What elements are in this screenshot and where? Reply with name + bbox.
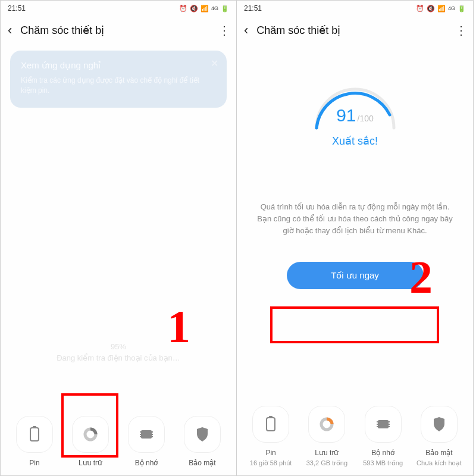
tile-battery-label: Pin	[265, 449, 275, 457]
shield-icon	[184, 416, 221, 453]
svg-rect-1	[33, 426, 36, 428]
tile-storage[interactable]: Lưu trữ	[64, 416, 117, 467]
optimization-description: Quá trình tối ưu hóa diễn ra tự động mỗi…	[237, 201, 473, 237]
tile-battery-label: Pin	[29, 459, 39, 467]
back-icon[interactable]: ‹	[8, 23, 12, 38]
svg-rect-16	[377, 426, 378, 427]
alarm-icon: ⏰	[179, 5, 187, 12]
checking-text: Đang kiểm tra điện thoại của bạn…	[1, 353, 236, 362]
tile-security[interactable]: Bảo mật Chưa kích hoạt	[413, 406, 465, 467]
phone-screenshot-1: 21:51 ⏰ 🔇 📶 4G 🔋 ‹ Chăm sóc thiết bị ⋮ X…	[0, 0, 237, 476]
mute-icon: 🔇	[190, 5, 198, 12]
svg-rect-11	[269, 416, 273, 418]
svg-rect-15	[377, 424, 378, 425]
shield-icon	[421, 406, 458, 443]
network-4g-icon: 4G	[448, 6, 455, 11]
optimize-now-button[interactable]: Tối ưu ngay	[287, 262, 424, 289]
back-icon[interactable]: ‹	[244, 23, 248, 38]
tile-security-label: Bảo mật	[189, 459, 215, 467]
tile-memory-sub: 593 MB trống	[363, 459, 403, 467]
signal-icon: 📶	[201, 5, 209, 12]
donut-chart-icon	[308, 406, 345, 443]
close-icon[interactable]: ✕	[211, 58, 218, 69]
statusbar: 21:51 ⏰ 🔇 📶 4G 🔋	[237, 1, 473, 16]
status-time: 21:51	[8, 4, 26, 12]
status-icons-right: ⏰ 🔇 📶 4G 🔋	[179, 5, 229, 12]
status-icons-right: ⏰ 🔇 📶 4G 🔋	[416, 5, 466, 12]
svg-rect-13	[378, 420, 389, 428]
status-time: 21:51	[244, 4, 262, 12]
overflow-menu-icon[interactable]: ⋮	[218, 23, 229, 37]
tile-security[interactable]: Bảo mật	[176, 416, 228, 467]
battery-icon: 🔋	[221, 5, 229, 12]
tile-security-sub: Chưa kích hoạt	[416, 459, 462, 467]
chip-icon	[128, 416, 165, 453]
svg-rect-5	[140, 434, 141, 435]
bottom-tiles: Pin 16 giờ 58 phút Lưu trữ 33,2 GB trống…	[237, 406, 473, 467]
svg-rect-6	[140, 436, 141, 437]
info-card-title: Xem ứng dụng nghỉ	[21, 60, 216, 71]
tile-memory-label: Bộ nhớ	[371, 449, 394, 457]
svg-rect-10	[267, 418, 275, 431]
battery-icon: 🔋	[458, 5, 466, 12]
score-max: /100	[358, 114, 374, 123]
mute-icon: 🔇	[427, 5, 435, 12]
page-title: Chăm sóc thiết bị	[20, 24, 210, 37]
page-title: Chăm sóc thiết bị	[256, 24, 447, 37]
alarm-icon: ⏰	[416, 5, 424, 12]
bottom-tiles: Pin Lưu trữ Bộ nhớ Bảo mật	[1, 416, 236, 467]
appbar: ‹ Chăm sóc thiết bị ⋮	[1, 16, 236, 45]
svg-rect-0	[30, 428, 39, 441]
signal-icon: 📶	[437, 5, 446, 12]
battery-icon	[252, 406, 289, 443]
tile-storage[interactable]: Lưu trữ 33,2 GB trống	[300, 406, 353, 467]
tile-storage-label: Lưu trữ	[315, 449, 339, 457]
checking-status: 95% Đang kiểm tra điện thoại của bạn…	[1, 342, 236, 362]
tile-security-label: Bảo mật	[425, 449, 452, 457]
score-value: 91	[336, 105, 356, 125]
tile-battery-sub: 16 giờ 58 phút	[250, 459, 292, 467]
tile-battery[interactable]: Pin 16 giờ 58 phút	[245, 406, 297, 467]
tile-memory-label: Bộ nhớ	[135, 459, 158, 467]
annotation-box-2	[270, 306, 439, 343]
svg-rect-19	[389, 426, 390, 427]
tile-memory[interactable]: Bộ nhớ 593 MB trống	[357, 406, 409, 467]
score-gauge: 91/100 Xuất sắc!	[237, 74, 473, 148]
info-card-desc: Kiểm tra các ứng dụng được đặt vào chế đ…	[21, 76, 216, 96]
score-label: Xuất sắc!	[237, 134, 473, 148]
svg-rect-7	[152, 431, 153, 433]
overflow-menu-icon[interactable]: ⋮	[455, 23, 466, 37]
svg-rect-9	[152, 436, 153, 437]
statusbar: 21:51 ⏰ 🔇 📶 4G 🔋	[1, 1, 236, 16]
battery-icon	[16, 416, 53, 453]
svg-rect-4	[140, 431, 141, 433]
appbar: ‹ Chăm sóc thiết bị ⋮	[237, 16, 473, 45]
svg-rect-17	[389, 421, 390, 422]
tile-storage-label: Lưu trữ	[79, 459, 102, 467]
tile-memory[interactable]: Bộ nhớ	[120, 416, 173, 467]
donut-chart-icon	[72, 416, 109, 453]
svg-rect-14	[377, 421, 378, 422]
phone-screenshot-2: 21:51 ⏰ 🔇 📶 4G 🔋 ‹ Chăm sóc thiết bị ⋮ 9…	[237, 0, 474, 476]
tile-battery[interactable]: Pin	[8, 416, 61, 467]
tile-storage-sub: 33,2 GB trống	[306, 459, 347, 467]
chip-icon	[365, 406, 402, 443]
svg-rect-8	[152, 434, 153, 435]
info-card-sleeping-apps[interactable]: Xem ứng dụng nghỉ Kiểm tra các ứng dụng …	[10, 51, 227, 108]
svg-rect-3	[141, 430, 152, 439]
svg-rect-18	[389, 424, 390, 425]
checking-percent: 95%	[1, 342, 236, 351]
network-4g-icon: 4G	[211, 6, 218, 11]
